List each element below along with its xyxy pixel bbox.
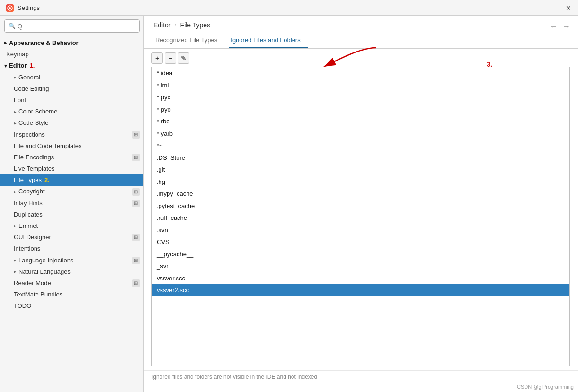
sidebar-item-color-scheme[interactable]: ▸ Color Scheme xyxy=(0,106,143,117)
copyright-arrow: ▸ xyxy=(14,188,17,195)
file-list-item[interactable]: __pycache__ xyxy=(152,248,569,261)
sidebar-item-editor[interactable]: Editor 1. xyxy=(0,60,143,71)
sidebar-item-language-injections[interactable]: ▸ Language Injections ⊞ xyxy=(0,255,143,266)
sidebar-item-code-style[interactable]: ▸ Code Style xyxy=(0,117,143,129)
main-panel-wrapper: Editor › File Types Recognized File Type… xyxy=(144,16,578,392)
natural-languages-arrow: ▸ xyxy=(14,268,17,275)
sidebar-item-intentions[interactable]: Intentions xyxy=(0,243,143,254)
file-list-item[interactable]: .hg xyxy=(152,176,569,188)
color-scheme-label: Color Scheme xyxy=(18,107,57,116)
title-bar-left: Settings xyxy=(6,4,40,12)
file-list-item[interactable]: vssver.scc xyxy=(152,272,569,285)
general-arrow: ▸ xyxy=(14,74,17,81)
intentions-label: Intentions xyxy=(14,244,40,253)
gui-designer-label: GUI Designer xyxy=(14,233,51,242)
general-label: General xyxy=(18,73,40,82)
sidebar-item-gui-designer[interactable]: GUI Designer ⊞ xyxy=(0,232,143,243)
breadcrumb-separator: › xyxy=(175,22,177,28)
tab-ignored[interactable]: Ignored Files and Folders xyxy=(229,34,308,48)
watermark: CSDN @glProgramming xyxy=(144,383,578,392)
sidebar-item-inlay-hints[interactable]: Inlay Hints ⊞ xyxy=(0,198,143,209)
emmet-label: Emmet xyxy=(18,222,38,230)
search-icon: 🔍 xyxy=(9,23,16,29)
remove-button[interactable]: − xyxy=(165,52,176,64)
breadcrumb-part-2: File Types xyxy=(180,21,211,29)
textmate-bundles-label: TextMate Bundles xyxy=(14,290,62,299)
status-bar: Ignored files and folders are not visibl… xyxy=(144,370,578,383)
search-box[interactable]: 🔍 xyxy=(4,19,140,33)
gui-designer-badge: ⊞ xyxy=(132,234,140,241)
file-list-item[interactable]: *.pyc xyxy=(152,91,569,104)
close-button[interactable]: ✕ xyxy=(565,5,572,11)
title-bar: Settings ✕ xyxy=(0,0,578,16)
font-label: Font xyxy=(14,96,26,105)
language-injections-badge: ⊞ xyxy=(132,257,140,264)
content-area: 🔍 Appearance & Behavior Keymap Editor 1. xyxy=(0,16,578,392)
sidebar-item-appearance[interactable]: Appearance & Behavior xyxy=(0,37,143,49)
file-list-item[interactable]: *.yarb xyxy=(152,128,569,140)
file-code-templates-label: File and Code Templates xyxy=(14,142,82,150)
keymap-label: Keymap xyxy=(6,50,29,59)
sidebar-item-inspections[interactable]: Inspections ⊞ xyxy=(0,129,143,140)
code-style-arrow: ▸ xyxy=(14,120,17,127)
file-list-item[interactable]: .ruff_cache xyxy=(152,212,569,224)
duplicates-label: Duplicates xyxy=(14,210,43,219)
title-bar-controls: ✕ xyxy=(565,5,572,11)
sidebar-item-general[interactable]: ▸ General xyxy=(0,72,143,83)
status-text: Ignored files and folders are not visibl… xyxy=(151,374,317,380)
language-injections-arrow: ▸ xyxy=(14,257,17,264)
settings-window: Settings ✕ 🔍 Appearance & Behavior Keyma… xyxy=(0,0,578,392)
file-list-item[interactable]: vssver2.scc xyxy=(152,284,569,296)
code-style-label: Code Style xyxy=(18,119,49,127)
natural-languages-label: Natural Languages xyxy=(18,268,71,276)
copyright-badge: ⊞ xyxy=(132,188,140,196)
file-list-item[interactable]: .pytest_cache xyxy=(152,200,569,212)
sidebar-item-file-encodings[interactable]: File Encodings ⊞ xyxy=(0,152,143,163)
sidebar-item-font[interactable]: Font xyxy=(0,95,143,106)
annotation-3: 3. xyxy=(487,61,492,68)
file-list-item[interactable]: .DS_Store xyxy=(152,152,569,164)
file-encodings-badge: ⊞ xyxy=(132,154,140,161)
file-list-item[interactable]: *.pyo xyxy=(152,104,569,116)
live-templates-label: Live Templates xyxy=(14,165,54,173)
sidebar-item-code-editing[interactable]: Code Editing xyxy=(0,83,143,95)
sidebar-item-textmate-bundles[interactable]: TextMate Bundles xyxy=(0,289,143,300)
search-input[interactable] xyxy=(18,23,135,30)
file-list: *.idea*.iml*.pyc*.pyo*.rbc*.yarb*~.DS_St… xyxy=(151,67,570,366)
sidebar-item-natural-languages[interactable]: ▸ Natural Languages xyxy=(0,266,143,278)
file-list-item[interactable]: *.idea xyxy=(152,67,569,79)
inspections-badge: ⊞ xyxy=(132,131,140,139)
sidebar-item-emmet[interactable]: ▸ Emmet xyxy=(0,220,143,232)
todo-label: TODO xyxy=(14,302,31,310)
file-list-item[interactable]: *.rbc xyxy=(152,115,569,128)
file-list-item[interactable]: _svn xyxy=(152,260,569,272)
svg-point-1 xyxy=(9,7,11,9)
tab-recognized[interactable]: Recognized File Types xyxy=(153,34,225,48)
sidebar-tree: Appearance & Behavior Keymap Editor 1. ▸… xyxy=(0,36,143,392)
sidebar-item-copyright[interactable]: ▸ Copyright ⊞ xyxy=(0,186,143,197)
code-editing-label: Code Editing xyxy=(14,85,49,93)
sidebar-item-file-code-templates[interactable]: File and Code Templates xyxy=(0,140,143,152)
emmet-arrow: ▸ xyxy=(14,222,17,229)
sidebar-item-duplicates[interactable]: Duplicates xyxy=(0,209,143,220)
watermark-text: CSDN @glProgramming xyxy=(517,384,574,390)
file-list-item[interactable]: *.iml xyxy=(152,79,569,92)
sidebar-item-reader-mode[interactable]: Reader Mode ⊞ xyxy=(0,278,143,289)
sidebar-item-todo[interactable]: TODO xyxy=(0,300,143,312)
file-list-item[interactable]: *~ xyxy=(152,139,569,152)
editor-label: Editor xyxy=(9,61,27,70)
sidebar-item-keymap[interactable]: Keymap xyxy=(0,49,143,60)
sidebar-item-live-templates[interactable]: Live Templates xyxy=(0,163,143,174)
sidebar-item-file-types[interactable]: File Types 2. xyxy=(0,174,143,186)
add-button[interactable]: + xyxy=(151,52,163,64)
window-title: Settings xyxy=(18,4,40,11)
file-list-item[interactable]: .mypy_cache xyxy=(152,188,569,200)
file-list-item[interactable]: .svn xyxy=(152,224,569,236)
nav-forward-button[interactable]: → xyxy=(562,22,570,31)
tabs: Recognized File Types Ignored Files and … xyxy=(153,34,568,48)
file-list-item[interactable]: .git xyxy=(152,164,569,176)
nav-back-button[interactable]: ← xyxy=(550,22,558,31)
file-list-item[interactable]: CVS xyxy=(152,236,569,248)
toolbar: + − ✎ xyxy=(151,52,570,64)
edit-button[interactable]: ✎ xyxy=(178,52,189,64)
